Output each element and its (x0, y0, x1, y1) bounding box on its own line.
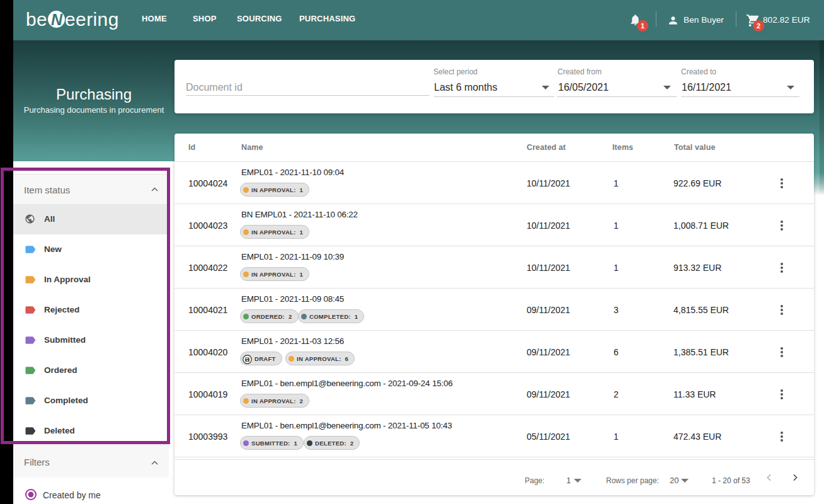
svg-text:N: N (51, 11, 63, 28)
